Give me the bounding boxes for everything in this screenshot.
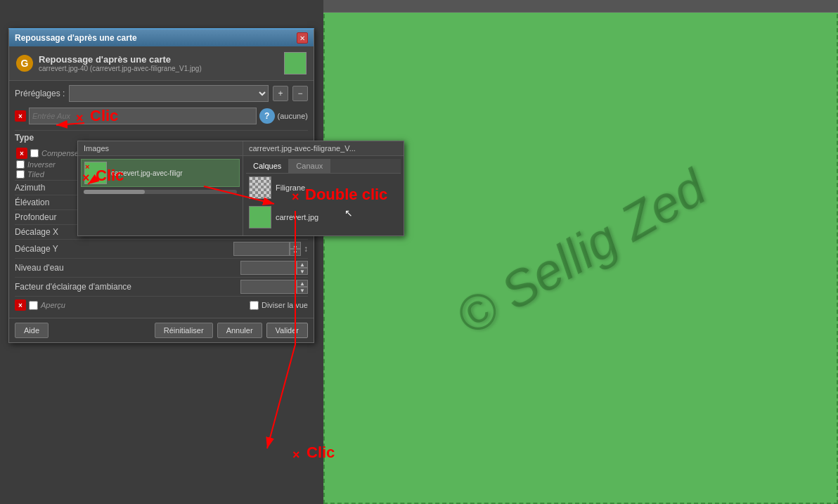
- layer-thumbnail-green: [249, 206, 271, 228]
- remove-preset-button[interactable]: −: [292, 86, 308, 101]
- niveau-eau-label: Niveau d'eau: [15, 263, 64, 273]
- type-label: Type: [15, 133, 34, 143]
- dialog-title: Repoussage d'après une carte: [15, 33, 137, 43]
- compenser-checkbox[interactable]: [30, 149, 39, 157]
- spin-up[interactable]: ▲: [297, 261, 308, 268]
- inverser-label: Inverser: [27, 160, 56, 169]
- spin-down[interactable]: ▼: [297, 268, 308, 275]
- tab-canaux[interactable]: Canaux: [289, 159, 330, 173]
- popup-body: × carrevert.jpg-avec-filigr Calques Cana…: [78, 156, 404, 235]
- entree-aux-row: × ? (aucune): [15, 108, 308, 124]
- ruler-top: [323, 0, 838, 13]
- profondeur-label: Profondeur: [15, 212, 56, 222]
- layer-name-carrevert: carrevert.jpg: [276, 213, 318, 221]
- facteur-spinner: ▲ ▼: [297, 280, 308, 294]
- layer-thumbnail-checker: [249, 176, 271, 199]
- facteur-input[interactable]: 0,000: [240, 280, 297, 294]
- spin-down[interactable]: ▼: [297, 287, 308, 294]
- spin-up[interactable]: ▲: [297, 280, 308, 287]
- image-name: carrevert.jpg-avec-filigr: [111, 169, 183, 177]
- aucune-label: (aucune): [278, 112, 308, 120]
- decalage-y-label: Décalage Y: [15, 244, 58, 254]
- images-list: × carrevert.jpg-avec-filigr: [78, 156, 243, 235]
- spin-up[interactable]: ▲: [290, 242, 301, 249]
- apercu-row: × Aperçu Diviser la vue: [15, 296, 308, 314]
- layer-name-filigrane: Filigrane: [276, 183, 305, 192]
- spin-down[interactable]: ▼: [290, 249, 301, 256]
- watermark: © Sellig Zed: [446, 158, 715, 347]
- tiled-checkbox[interactable]: [16, 170, 25, 179]
- decalage-y-control: 0 ▲ ▼ ↕: [233, 242, 308, 256]
- images-scrollbar[interactable]: [84, 190, 237, 194]
- entree-aux-input[interactable]: [29, 108, 257, 124]
- apercu-label: Aperçu: [41, 301, 65, 309]
- apercu-x-badge[interactable]: ×: [15, 299, 26, 311]
- valider-button[interactable]: Valider: [266, 323, 308, 338]
- decalage-y-input[interactable]: 0: [233, 242, 290, 256]
- layer-item-filigrane[interactable]: Filigrane: [246, 174, 401, 202]
- diviser-label: Diviser la vue: [262, 301, 308, 309]
- dialog-header: G Repoussage d'après une carte carrevert…: [9, 46, 314, 81]
- gimp-logo: G: [16, 55, 33, 72]
- color-swatch: [284, 52, 307, 75]
- niveau-eau-control: 0,000 ▲ ▼: [240, 261, 308, 275]
- tab-calques[interactable]: Calques: [246, 159, 289, 173]
- dialog-close-button[interactable]: ✕: [297, 32, 308, 44]
- scroll-thumb: [84, 190, 145, 194]
- preglages-row: Préréglages : + −: [15, 85, 308, 102]
- dialog-header-title: Repoussage d'après une carte: [39, 54, 278, 65]
- niveau-eau-row: Niveau d'eau 0,000 ▲ ▼: [15, 258, 308, 277]
- layers-tabs: Calques Canaux: [246, 159, 401, 174]
- popup-header: Images carrevert.jpg-avec-filigrane_V...: [78, 141, 404, 156]
- decalage-x-label: Décalage X: [15, 227, 58, 237]
- images-col-header: Images: [78, 141, 243, 155]
- tiled-label: Tiled: [27, 170, 44, 179]
- layers-col-header: carrevert.jpg-avec-filigrane_V...: [243, 141, 404, 155]
- inverser-checkbox[interactable]: [16, 160, 25, 169]
- reinitialiser-button[interactable]: Réinitialiser: [155, 323, 213, 338]
- diviser-checkbox[interactable]: [250, 301, 259, 310]
- decalage-y-row: Décalage Y 0 ▲ ▼ ↕: [15, 239, 308, 258]
- decalage-y-spinner: ▲ ▼: [290, 242, 301, 256]
- facteur-label: Facteur d'éclairage d'ambiance: [15, 282, 131, 292]
- dialog-header-text: Repoussage d'après une carte carrevert.j…: [39, 54, 278, 72]
- preglages-select[interactable]: [69, 85, 269, 102]
- facteur-row: Facteur d'éclairage d'ambiance 0,000 ▲ ▼: [15, 277, 308, 296]
- dialog-header-sub: carrevert.jpg-40 (carrevert.jpg-avec-fil…: [39, 65, 278, 72]
- niveau-eau-input[interactable]: 0,000: [240, 261, 297, 275]
- aide-button[interactable]: Aide: [15, 323, 49, 338]
- dialog-footer: Aide Réinitialiser Annuler Valider: [9, 318, 314, 342]
- preglages-label: Préréglages :: [15, 89, 65, 98]
- image-item[interactable]: × carrevert.jpg-avec-filigr: [81, 159, 240, 187]
- add-preset-button[interactable]: +: [273, 86, 288, 101]
- image-selector-popup: Images carrevert.jpg-avec-filigrane_V...…: [77, 141, 404, 236]
- dialog-titlebar: Repoussage d'après une carte ✕: [9, 30, 314, 46]
- canvas-area: © Sellig Zed: [323, 0, 838, 504]
- annuler-button[interactable]: Annuler: [217, 323, 262, 338]
- diviser-check: Diviser la vue: [250, 301, 308, 310]
- help-button[interactable]: ?: [259, 108, 275, 124]
- niveau-eau-spinner: ▲ ▼: [297, 261, 308, 275]
- entree-x-badge[interactable]: ×: [15, 110, 26, 122]
- compenser-label: Compenser: [41, 149, 82, 157]
- elevation-label: Élévation: [15, 198, 49, 207]
- image-thumbnail: ×: [84, 162, 107, 184]
- layers-panel: Calques Canaux Filigrane carrevert.jpg: [243, 156, 404, 235]
- facteur-control: 0,000 ▲ ▼: [240, 280, 308, 294]
- layer-item-carrevert[interactable]: carrevert.jpg: [246, 203, 401, 231]
- compenser-x-badge[interactable]: ×: [16, 148, 27, 159]
- apercu-checkbox[interactable]: [29, 301, 38, 310]
- azimuth-label: Azimuth: [15, 183, 45, 193]
